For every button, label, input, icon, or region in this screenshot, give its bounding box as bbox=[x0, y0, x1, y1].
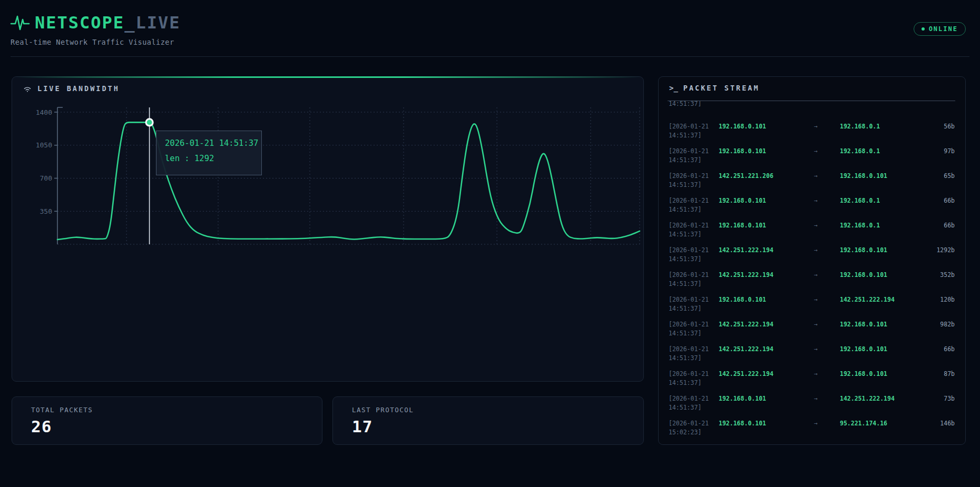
y-tick-label: 700 bbox=[40, 174, 52, 182]
y-tick-label: 1050 bbox=[36, 141, 52, 149]
arrow-icon: → bbox=[814, 345, 840, 354]
packet-date: [2026-01-21 bbox=[669, 345, 719, 354]
packet-row-clipped: →14:51:37] bbox=[669, 101, 955, 108]
arrow-icon: → bbox=[814, 196, 840, 205]
packet-time: 14:51:37] bbox=[669, 156, 955, 165]
packet-date: [2026-01-21 bbox=[669, 320, 719, 329]
total-packets-label: TOTAL PACKETS bbox=[31, 406, 322, 414]
status-label: ONLINE bbox=[929, 25, 958, 33]
arrow-icon: → bbox=[814, 370, 840, 379]
packet-time: 14:51:37] bbox=[669, 280, 955, 289]
app-title: NETSCOPE_LIVE bbox=[35, 13, 180, 33]
netscope-app: NETSCOPE_LIVE Real-time Network Traffic … bbox=[0, 0, 980, 487]
packet-row: [2026-01-21142.251.222.194→192.168.0.101… bbox=[669, 246, 955, 264]
packet-time: 14:51:37] bbox=[669, 379, 955, 387]
packet-time: 14:51:37] bbox=[669, 131, 955, 140]
packet-row: [2026-01-21192.168.0.101→142.251.222.194… bbox=[669, 394, 955, 412]
activity-pulse-icon bbox=[9, 12, 31, 33]
destination-ip: 95.221.174.16 bbox=[840, 419, 920, 428]
packet-size: 352b bbox=[920, 271, 955, 280]
packet-row: [2026-01-21192.168.0.101→192.168.0.166b1… bbox=[669, 221, 955, 239]
bandwidth-line bbox=[57, 122, 640, 240]
source-ip: 192.168.0.101 bbox=[719, 394, 814, 403]
packet-date: [2026-01-21 bbox=[669, 221, 719, 230]
destination-ip: 192.168.0.1 bbox=[840, 221, 920, 230]
destination-ip: 192.168.0.101 bbox=[840, 345, 920, 354]
packet-date: [2026-01-21 bbox=[669, 196, 719, 205]
live-bandwidth-panel: LIVE BANDWIDTH 35070010501400 2026-01-21… bbox=[12, 76, 644, 382]
packet-size: 982b bbox=[920, 320, 955, 329]
packet-size: 120b bbox=[920, 295, 955, 304]
arrow-icon: → bbox=[814, 246, 840, 255]
packet-row: [2026-01-21192.168.0.101→192.168.0.197b1… bbox=[669, 147, 955, 165]
packet-time: 14:51:37] bbox=[669, 230, 955, 239]
last-protocol-value: 17 bbox=[352, 417, 643, 436]
packet-stream-panel: >_ PACKET STREAM →14:51:37][2026-01-2119… bbox=[658, 76, 966, 445]
packet-stream-header: >_ PACKET STREAM bbox=[669, 84, 760, 92]
total-packets-value: 26 bbox=[31, 417, 322, 436]
source-ip: 142.251.222.194 bbox=[719, 370, 814, 379]
arrow-icon: → bbox=[814, 271, 840, 280]
destination-ip: 142.251.222.194 bbox=[840, 295, 920, 304]
source-ip: 192.168.0.101 bbox=[719, 221, 814, 230]
total-packets-card: TOTAL PACKETS 26 bbox=[12, 396, 322, 445]
arrow-icon: → bbox=[814, 147, 840, 156]
packet-time: 14:51:37] bbox=[669, 304, 955, 313]
packet-time: 14:51:37] bbox=[669, 181, 955, 190]
brand-name: NETSCOPE bbox=[35, 13, 124, 33]
app-subtitle: Real-time Network Traffic Visualizer bbox=[11, 38, 174, 46]
packet-size: 73b bbox=[920, 394, 955, 403]
packet-size: 146b bbox=[920, 419, 955, 428]
packet-size: 66b bbox=[920, 221, 955, 230]
y-tick-label: 350 bbox=[40, 207, 52, 215]
packet-date: [2026-01-21 bbox=[669, 370, 719, 379]
packet-time: 14:51:37] bbox=[669, 354, 955, 363]
packet-date: [2026-01-21 bbox=[669, 394, 719, 403]
bandwidth-line-chart[interactable]: 35070010501400 bbox=[12, 77, 643, 287]
destination-ip: 192.168.0.101 bbox=[840, 246, 920, 255]
source-ip: 192.168.0.101 bbox=[719, 295, 814, 304]
arrow-icon: → bbox=[814, 320, 840, 329]
source-ip: 142.251.222.194 bbox=[719, 320, 814, 329]
packet-time: 14:51:37] bbox=[669, 101, 955, 108]
packet-row: [2026-01-21192.168.0.101→192.168.0.156b1… bbox=[669, 122, 955, 140]
packet-date: [2026-01-21 bbox=[669, 295, 719, 304]
packet-row: [2026-01-21142.251.222.194→192.168.0.101… bbox=[669, 345, 955, 363]
packet-list[interactable]: →14:51:37][2026-01-21192.168.0.101→192.1… bbox=[659, 101, 965, 444]
arrow-icon: → bbox=[814, 419, 840, 428]
online-dot-icon bbox=[922, 27, 925, 31]
chart-tooltip: 2026-01-21 14:51:37 len : 1292 bbox=[156, 131, 262, 175]
packet-stream-title: PACKET STREAM bbox=[683, 84, 760, 92]
source-ip: 142.251.222.194 bbox=[719, 345, 814, 354]
packet-row: [2026-01-21142.251.222.194→192.168.0.101… bbox=[669, 370, 955, 387]
arrow-icon: → bbox=[814, 394, 840, 403]
packet-time: 14:51:37] bbox=[669, 255, 955, 264]
packet-row: [2026-01-21142.251.222.194→192.168.0.101… bbox=[669, 271, 955, 289]
destination-ip: 192.168.0.1 bbox=[840, 196, 920, 205]
packet-time: 15:02:23] bbox=[669, 428, 955, 437]
header-divider bbox=[11, 56, 969, 57]
cursor-marker bbox=[146, 119, 153, 126]
packet-size: 1292b bbox=[920, 246, 955, 255]
destination-ip: 142.251.222.194 bbox=[840, 394, 920, 403]
packet-time: 14:51:37] bbox=[669, 205, 955, 214]
packet-row: [2026-01-21142.251.221.206→192.168.0.101… bbox=[669, 172, 955, 190]
tooltip-length: len : 1292 bbox=[165, 153, 253, 164]
source-ip: 192.168.0.101 bbox=[719, 147, 814, 156]
last-protocol-label: LAST PROTOCOL bbox=[352, 406, 643, 414]
arrow-icon: → bbox=[814, 295, 840, 304]
arrow-icon: → bbox=[814, 122, 840, 131]
packet-row: [2026-01-21192.168.0.101→95.221.174.1614… bbox=[669, 419, 955, 437]
packet-date: [2026-01-21 bbox=[669, 246, 719, 255]
packet-size: 65b bbox=[920, 172, 955, 181]
packet-row: [2026-01-21142.251.222.194→192.168.0.101… bbox=[669, 320, 955, 338]
packet-size: 66b bbox=[920, 345, 955, 354]
source-ip: 192.168.0.101 bbox=[719, 419, 814, 428]
packet-row: [2026-01-21192.168.0.101→142.251.222.194… bbox=[669, 295, 955, 313]
packet-date: [2026-01-21 bbox=[669, 271, 719, 280]
packet-size: 97b bbox=[920, 147, 955, 156]
packet-size: 87b bbox=[920, 370, 955, 379]
packet-size: 66b bbox=[920, 196, 955, 205]
packet-date: [2026-01-21 bbox=[669, 147, 719, 156]
packet-date: [2026-01-21 bbox=[669, 122, 719, 131]
